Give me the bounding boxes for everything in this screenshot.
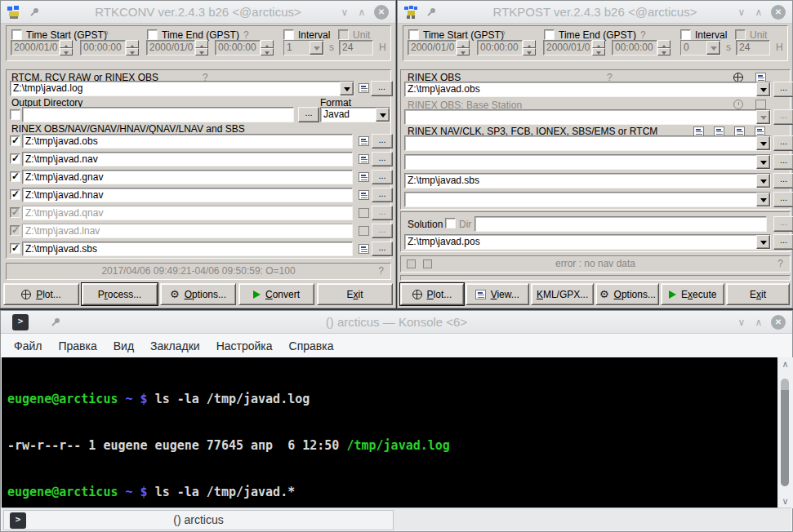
browse-obs-button[interactable]: ... (773, 82, 793, 97)
end-time-spinner[interactable] (261, 40, 274, 55)
close-icon[interactable]: ✕ (771, 5, 786, 20)
start-date-field[interactable]: 2000/01/01 (408, 40, 457, 55)
sbs-field[interactable]: Z:\tmp\javad.sbs (22, 242, 353, 256)
terminal-output[interactable]: eugene@arcticus ~ $ ls -la /tmp/javad.lo… (2, 357, 777, 508)
time-end-help[interactable]: ? (243, 29, 249, 41)
view-obs-icon[interactable] (359, 136, 369, 146)
dropdown-arrow[interactable] (310, 41, 323, 55)
browse-nav3-button[interactable]: ... (773, 173, 793, 188)
time-end-help[interactable]: ? (640, 29, 646, 41)
start-time-spinner[interactable] (126, 40, 139, 55)
browse-nav-button[interactable]: ... (372, 152, 393, 166)
browse-sbs-button[interactable]: ... (372, 242, 393, 256)
maximize-icon[interactable]: ∧ (752, 316, 765, 329)
time-start-checkbox[interactable] (11, 29, 22, 40)
obs-field[interactable]: Z:\tmp\javad.obs (22, 134, 353, 149)
scrollbar-thumb[interactable] (781, 379, 789, 486)
view-input-file-icon[interactable] (359, 83, 369, 93)
menu-bookmarks[interactable]: Закладки (142, 339, 208, 352)
browse-solution-button[interactable]: ... (773, 234, 793, 250)
start-date-spinner[interactable] (457, 40, 470, 55)
end-time-field[interactable]: 00:00:00 (215, 40, 261, 55)
view-gnav-icon[interactable] (359, 172, 369, 182)
start-time-spinner[interactable] (523, 40, 536, 55)
dropdown-arrow[interactable] (756, 82, 770, 96)
interval-checkbox[interactable] (283, 29, 294, 40)
minimize-icon[interactable]: ∨ (735, 316, 748, 329)
browse-nav2-button[interactable]: ... (773, 154, 793, 170)
time-start-checkbox[interactable] (408, 29, 419, 40)
view-button[interactable]: View... (466, 283, 529, 305)
time-end-checkbox[interactable] (544, 29, 555, 40)
nav-file-combo-1[interactable] (404, 135, 771, 151)
dropdown-arrow[interactable] (756, 155, 770, 169)
time-start-help[interactable]: ? (500, 29, 506, 41)
interval-combo[interactable]: 1 (283, 40, 324, 55)
close-icon[interactable]: ✕ (771, 315, 786, 330)
format-combo[interactable]: Javad (320, 107, 390, 122)
start-date-spinner[interactable] (60, 40, 73, 55)
browse-output-dir-button[interactable]: ... (298, 107, 319, 122)
kml-gpx-button[interactable]: KML/GPX... (531, 283, 595, 305)
hnav-field[interactable]: Z:\tmp\javad.hnav (22, 188, 353, 202)
start-time-field[interactable]: 00:00:00 (80, 40, 126, 55)
browse-hnav-button[interactable]: ... (372, 188, 393, 202)
dropdown-arrow[interactable] (756, 193, 770, 206)
view-hnav-icon[interactable] (359, 190, 369, 200)
end-time-field[interactable]: 00:00:00 (612, 40, 657, 55)
output-dir-field[interactable] (22, 107, 294, 122)
end-date-spinner[interactable] (195, 40, 208, 55)
menu-settings[interactable]: Настройка (208, 339, 281, 352)
interval-combo[interactable]: 0 (680, 40, 721, 55)
menu-view[interactable]: Вид (105, 339, 142, 352)
view-sbs-icon[interactable] (359, 244, 369, 254)
gnav-field[interactable]: Z:\tmp\javad.gnav (22, 170, 353, 184)
dropdown-arrow[interactable] (376, 108, 390, 122)
rover-obs-combo[interactable]: Z:\tmp\javad.obs (404, 82, 771, 97)
obs-checkbox[interactable] (10, 135, 20, 146)
maximize-icon[interactable]: ∧ (355, 6, 368, 19)
dropdown-arrow[interactable] (756, 174, 770, 188)
end-time-spinner[interactable] (657, 40, 670, 55)
nav-file-combo-2[interactable] (404, 154, 771, 170)
menu-file[interactable]: Файл (6, 339, 50, 352)
nav-file-combo-3[interactable]: Z:\tmp\javad.sbs (404, 173, 771, 188)
convert-button[interactable]: Convert (238, 283, 314, 305)
time-end-checkbox[interactable] (147, 29, 158, 40)
dropdown-arrow[interactable] (756, 136, 770, 150)
options-button[interactable]: ⚙Options... (160, 283, 236, 305)
browse-input-button[interactable]: ... (371, 81, 393, 96)
execute-button[interactable]: Execute (661, 283, 724, 305)
terminal-tab[interactable]: > () arcticus (3, 510, 394, 530)
nav-file-combo-4[interactable] (404, 192, 771, 207)
solution-dir-field[interactable] (474, 216, 767, 232)
nav-checkbox[interactable] (10, 153, 20, 164)
close-icon[interactable]: ✕ (374, 5, 389, 20)
minimize-icon[interactable]: ∨ (735, 6, 748, 19)
start-date-field[interactable]: 2000/01/01 (11, 40, 60, 55)
unit-field[interactable]: 24 (736, 40, 770, 55)
browse-obs-button[interactable]: ... (372, 134, 393, 149)
time-start-help[interactable]: ? (103, 29, 109, 41)
solution-file-combo[interactable]: Z:\tmp\javad.pos (404, 234, 771, 250)
menu-edit[interactable]: Правка (50, 339, 105, 352)
rtkpost-status-help[interactable]: ? (777, 256, 783, 272)
start-time-field[interactable]: 00:00:00 (477, 40, 523, 55)
menu-help[interactable]: Справка (281, 339, 342, 352)
end-date-field[interactable]: 2000/01/01 (543, 40, 592, 55)
scroll-up-icon[interactable]: ∧ (777, 360, 793, 369)
browse-nav1-button[interactable]: ... (773, 135, 793, 151)
nav-field[interactable]: Z:\tmp\javad.nav (22, 152, 353, 166)
dropdown-arrow[interactable] (706, 41, 720, 55)
hnav-checkbox[interactable] (10, 189, 20, 200)
scroll-down-icon[interactable]: ∨ (777, 497, 793, 506)
dropdown-arrow[interactable] (340, 82, 354, 95)
options-button[interactable]: ⚙Options... (595, 283, 659, 305)
end-date-spinner[interactable] (592, 40, 605, 55)
unit-field[interactable]: 24 (339, 40, 373, 55)
view-nav-icon[interactable] (359, 154, 369, 164)
browse-nav4-button[interactable]: ... (773, 192, 793, 207)
sbs-checkbox[interactable] (10, 243, 20, 254)
interval-checkbox[interactable] (680, 29, 691, 40)
gnav-checkbox[interactable] (10, 171, 20, 182)
